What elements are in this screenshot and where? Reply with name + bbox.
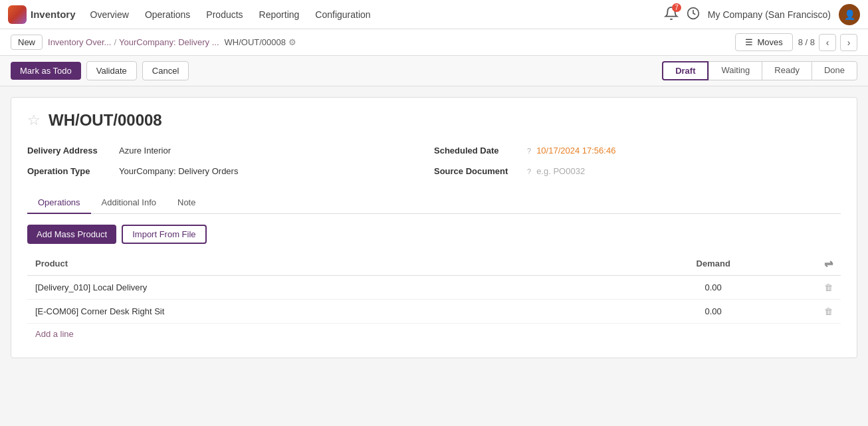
product-cell-0[interactable]: [Delivery_010] Local Delivery	[27, 276, 612, 300]
status-done[interactable]: Done	[812, 61, 857, 80]
col-demand-header: Demand	[612, 252, 814, 276]
brand-name[interactable]: Inventory	[31, 9, 76, 20]
validate-button[interactable]: Validate	[86, 61, 137, 80]
breadcrumb-bar: New Inventory Over... / YourCompany: Del…	[0, 29, 868, 56]
table-row: [E-COM06] Corner Desk Right Sit 0.00 🗑	[27, 300, 841, 324]
import-from-file-button[interactable]: Import From File	[122, 225, 206, 244]
scheduled-date-field: Scheduled Date ? 10/17/2024 17:56:46	[434, 143, 841, 158]
nav-operations[interactable]: Operations	[138, 5, 197, 24]
moves-icon: ☰	[745, 37, 753, 47]
nav-products[interactable]: Products	[199, 5, 249, 24]
moves-label: Moves	[757, 37, 782, 47]
nav-configuration[interactable]: Configuration	[308, 5, 377, 24]
tab-operations[interactable]: Operations	[27, 192, 91, 214]
avatar[interactable]: 👤	[839, 4, 860, 25]
cancel-button[interactable]: Cancel	[142, 61, 189, 80]
tab-note[interactable]: Note	[167, 192, 206, 214]
next-page-button[interactable]: ›	[840, 34, 857, 51]
fields-grid: Delivery Address Azure Interior Schedule…	[27, 143, 841, 179]
breadcrumb-doc-id: WH/OUT/00008	[225, 37, 286, 47]
scroll-area[interactable]: ☆ WH/OUT/00008 Delivery Address Azure In…	[0, 86, 868, 418]
status-draft[interactable]: Draft	[662, 61, 708, 80]
status-waiting[interactable]: Waiting	[708, 61, 762, 80]
gear-icon[interactable]: ⚙	[288, 37, 296, 47]
nav-reporting[interactable]: Reporting	[253, 5, 306, 24]
breadcrumb-right: ☰ Moves 8 / 8 ‹ ›	[735, 33, 857, 51]
delivery-address-label: Delivery Address	[27, 146, 114, 156]
delivery-address-field: Delivery Address Azure Interior	[27, 143, 434, 158]
document-title: WH/OUT/00008	[49, 111, 162, 130]
source-document-value[interactable]: e.g. PO0032	[536, 166, 585, 176]
action-bar: Mark as Todo Validate Cancel Draft Waiti…	[0, 56, 868, 86]
demand-cell-1[interactable]: 0.00	[612, 300, 814, 324]
product-cell-1[interactable]: [E-COM06] Corner Desk Right Sit	[27, 300, 612, 324]
source-document-help-icon[interactable]: ?	[527, 167, 531, 175]
table-row: [Delivery_010] Local Delivery 0.00 🗑	[27, 276, 841, 300]
status-steps: Draft Waiting Ready Done	[662, 61, 857, 80]
new-button[interactable]: New	[11, 35, 43, 50]
operation-type-field: Operation Type YourCompany: Delivery Ord…	[27, 163, 434, 179]
navbar-right: 7 My Company (San Francisco) 👤	[664, 4, 860, 25]
source-document-label: Source Document	[434, 166, 520, 176]
delivery-address-value[interactable]: Azure Interior	[119, 146, 171, 156]
breadcrumb-link-2[interactable]: YourCompany: Delivery ...	[119, 37, 219, 47]
operation-type-value[interactable]: YourCompany: Delivery Orders	[119, 166, 238, 176]
add-mass-product-button[interactable]: Add Mass Product	[27, 225, 116, 244]
tab-actions: Add Mass Product Import From File	[27, 225, 841, 244]
product-rows: [Delivery_010] Local Delivery 0.00 🗑 [E-…	[27, 276, 841, 324]
col-product-header: Product	[27, 252, 612, 276]
nav-overview[interactable]: Overview	[84, 5, 136, 24]
page-info: 8 / 8	[798, 37, 815, 47]
breadcrumb-sep-1: /	[114, 37, 116, 47]
brand-icon	[8, 5, 27, 24]
notification-count: 7	[672, 3, 681, 12]
main-content: ☆ WH/OUT/00008 Delivery Address Azure In…	[11, 97, 857, 358]
status-bar: Draft Waiting Ready Done	[662, 61, 857, 80]
mark-todo-button[interactable]: Mark as Todo	[11, 62, 81, 80]
column-filter-icon[interactable]: ⇌	[824, 258, 833, 269]
clock-icon[interactable]	[687, 7, 700, 22]
table-header-row: Product Demand ⇌	[27, 252, 841, 276]
demand-cell-0[interactable]: 0.00	[612, 276, 814, 300]
source-document-field: Source Document ? e.g. PO0032	[434, 163, 841, 179]
scheduled-date-label: Scheduled Date	[434, 146, 520, 156]
breadcrumb-link-1[interactable]: Inventory Over...	[48, 37, 111, 47]
favorite-star-icon[interactable]: ☆	[27, 112, 41, 129]
breadcrumb-links: Inventory Over... / YourCompany: Deliver…	[48, 37, 219, 47]
page-navigation: 8 / 8 ‹ ›	[798, 34, 857, 51]
company-name[interactable]: My Company (San Francisco)	[708, 9, 831, 20]
add-line-link[interactable]: Add a line	[27, 324, 82, 344]
operation-type-label: Operation Type	[27, 166, 114, 176]
breadcrumb-sub: WH/OUT/00008 ⚙	[225, 37, 296, 47]
operations-tab-content: Add Mass Product Import From File Produc…	[27, 225, 841, 344]
doc-header: ☆ WH/OUT/00008	[27, 111, 841, 130]
brand: Inventory	[8, 5, 76, 24]
status-ready[interactable]: Ready	[762, 61, 812, 80]
product-table: Product Demand ⇌ [Delivery_010] Local De…	[27, 252, 841, 324]
navbar: Inventory Overview Operations Products R…	[0, 0, 868, 29]
notifications-icon[interactable]: 7	[664, 6, 679, 23]
scheduled-date-value[interactable]: 10/17/2024 17:56:46	[536, 146, 615, 156]
tab-additional-info[interactable]: Additional Info	[91, 192, 167, 214]
prev-page-button[interactable]: ‹	[819, 34, 836, 51]
delete-row-0-icon[interactable]: 🗑	[814, 276, 841, 300]
delete-row-1-icon[interactable]: 🗑	[814, 300, 841, 324]
tabs: Operations Additional Info Note	[27, 192, 841, 214]
moves-button[interactable]: ☰ Moves	[735, 33, 792, 51]
scheduled-date-help-icon[interactable]: ?	[527, 147, 531, 155]
